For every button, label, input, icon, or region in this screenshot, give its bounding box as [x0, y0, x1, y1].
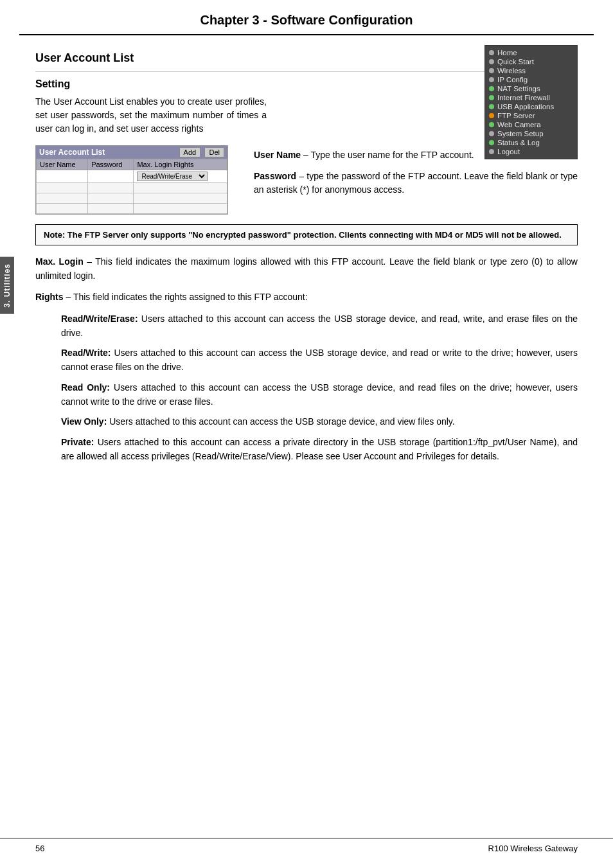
page-number: 56: [35, 844, 44, 853]
nav-item-label: Internet Firewall: [497, 94, 550, 102]
nav-bullet-icon: [489, 86, 494, 91]
rights-option: Read/Write/Erase: Users attached to this…: [61, 312, 578, 340]
empty-cell: [88, 204, 134, 214]
password-field-desc: Password – type the password of the FTP …: [254, 170, 578, 197]
nav-bullet-icon: [489, 140, 494, 145]
nav-bullet-icon: [489, 95, 494, 100]
nav-item-label: NAT Settings: [497, 85, 540, 93]
col-password: Password: [88, 159, 134, 170]
nav-bullet-icon: [489, 113, 494, 118]
rights-desc: This field indicates the rights assigned…: [73, 292, 308, 302]
nav-item-label: USB Applications: [497, 103, 554, 111]
maxlogin-desc: This field indicates the maximum logins …: [35, 256, 578, 281]
username-separator: –: [301, 150, 310, 160]
rights-option-name: Read/Write/Erase:: [61, 314, 141, 324]
nav-menu-item[interactable]: NAT Settings: [485, 84, 577, 93]
rights-option-desc: Users attached to this account can acces…: [61, 348, 578, 372]
nav-bullet-icon: [489, 68, 494, 73]
content-area: HomeQuick StartWirelessIP ConfigNAT Sett…: [0, 35, 613, 479]
nav-menu-item[interactable]: System Setup: [485, 129, 577, 138]
nav-menu-item[interactable]: FTP Server: [485, 111, 577, 120]
nav-bullet-icon: [489, 77, 494, 82]
empty-cell: [134, 204, 227, 214]
maxlogin-section: Max. Login – This field indicates the ma…: [35, 255, 578, 283]
nav-item-label: Wireless: [497, 67, 526, 75]
empty-cell: [134, 193, 227, 204]
empty-cell: [37, 183, 88, 193]
add-button[interactable]: Add: [179, 147, 201, 157]
rights-field-name: Rights: [35, 292, 64, 302]
rights-option-desc: Users attached to this account can acces…: [109, 416, 454, 427]
nav-item-label: System Setup: [497, 130, 544, 137]
table-header-bar: User Account List Add Del: [36, 146, 227, 159]
empty-cell: [88, 183, 134, 193]
rights-option-name: Private:: [61, 437, 98, 447]
table-column: User Account List Add Del User Name Pass…: [35, 145, 241, 215]
nav-menu-item[interactable]: Wireless: [485, 66, 577, 75]
password-separator: –: [296, 171, 306, 181]
rights-option: Read/Write: Users attached to this accou…: [61, 346, 578, 374]
rights-option: Private: Users attached to this account …: [61, 436, 578, 463]
empty-cell: [37, 204, 88, 214]
rights-select[interactable]: Read/Write/Erase Read/Write Read Only Vi…: [137, 172, 208, 181]
nav-menu-item[interactable]: Status & Log: [485, 138, 577, 147]
nav-menu-item[interactable]: Logout: [485, 147, 577, 156]
nav-bullet-icon: [489, 149, 494, 154]
nav-bullet-icon: [489, 122, 494, 127]
user-account-table: User Name Password Max. Login Rights: [36, 159, 227, 214]
nav-item-label: IP Config: [497, 76, 528, 84]
username-desc-text: Type the user name for the FTP account.: [310, 150, 474, 160]
nav-menu-item[interactable]: Web Camera: [485, 120, 577, 129]
nav-menu-item[interactable]: USB Applications: [485, 102, 577, 111]
empty-cell: [88, 193, 134, 204]
cell-username: [37, 170, 88, 183]
nav-item-label: Logout: [497, 148, 520, 155]
user-account-table-container: User Account List Add Del User Name Pass…: [35, 145, 228, 215]
nav-item-label: Status & Log: [497, 139, 540, 146]
empty-cell: [134, 183, 227, 193]
empty-cell: [37, 193, 88, 204]
username-field-name: User Name: [254, 150, 301, 160]
rights-section: Rights – This field indicates the rights…: [35, 290, 578, 305]
table-row: [37, 183, 227, 193]
rights-options-container: Read/Write/Erase: Users attached to this…: [35, 312, 578, 463]
password-field-name: Password: [254, 171, 296, 181]
rights-option: View Only: Users attached to this accoun…: [61, 415, 578, 429]
chapter-title: Chapter 3 - Software Configuration: [45, 13, 568, 28]
rights-separator: –: [64, 292, 73, 302]
table-row: Read/Write/Erase Read/Write Read Only Vi…: [37, 170, 227, 183]
nav-item-label: Quick Start: [497, 58, 534, 66]
maxlogin-field-name: Max. Login: [35, 256, 84, 267]
page-footer: 56 R100 Wireless Gateway: [0, 838, 613, 858]
table-title: User Account List: [39, 148, 105, 157]
nav-bullet-icon: [489, 50, 494, 55]
nav-menu-item[interactable]: IP Config: [485, 75, 577, 84]
cell-rights: Read/Write/Erase Read/Write Read Only Vi…: [134, 170, 227, 183]
col-username: User Name: [37, 159, 88, 170]
nav-menu-item[interactable]: Home: [485, 48, 577, 57]
setting-description: The User Account List enables you to cre…: [35, 95, 267, 136]
rights-option-desc: Users attached to this account can acces…: [61, 437, 578, 461]
chapter-header: Chapter 3 - Software Configuration: [19, 0, 594, 35]
cell-password: [88, 170, 134, 183]
rights-option: Read Only: Users attached to this accoun…: [61, 381, 578, 409]
nav-bullet-icon: [489, 131, 494, 136]
nav-bullet-icon: [489, 104, 494, 109]
rights-option-desc: Users attached to this account can acces…: [61, 382, 578, 407]
nav-item-label: Web Camera: [497, 121, 541, 128]
rights-option-name: Read Only:: [61, 382, 114, 393]
rights-option-name: View Only:: [61, 416, 109, 427]
nav-item-label: FTP Server: [497, 112, 535, 120]
product-name: R100 Wireless Gateway: [488, 844, 578, 853]
rights-option-name: Read/Write:: [61, 348, 114, 358]
nav-bullet-icon: [489, 59, 494, 64]
table-header-row: User Name Password Max. Login Rights: [37, 159, 227, 170]
nav-menu-item[interactable]: Internet Firewall: [485, 93, 577, 102]
table-row: [37, 204, 227, 214]
table-buttons: Add Del: [177, 147, 224, 157]
col-rights: Max. Login Rights: [134, 159, 227, 170]
del-button[interactable]: Del: [204, 147, 224, 157]
nav-menu-item[interactable]: Quick Start: [485, 57, 577, 66]
nav-menu: HomeQuick StartWirelessIP ConfigNAT Sett…: [484, 45, 578, 159]
note-box: Note: The FTP Server only supports "No e…: [35, 224, 578, 245]
